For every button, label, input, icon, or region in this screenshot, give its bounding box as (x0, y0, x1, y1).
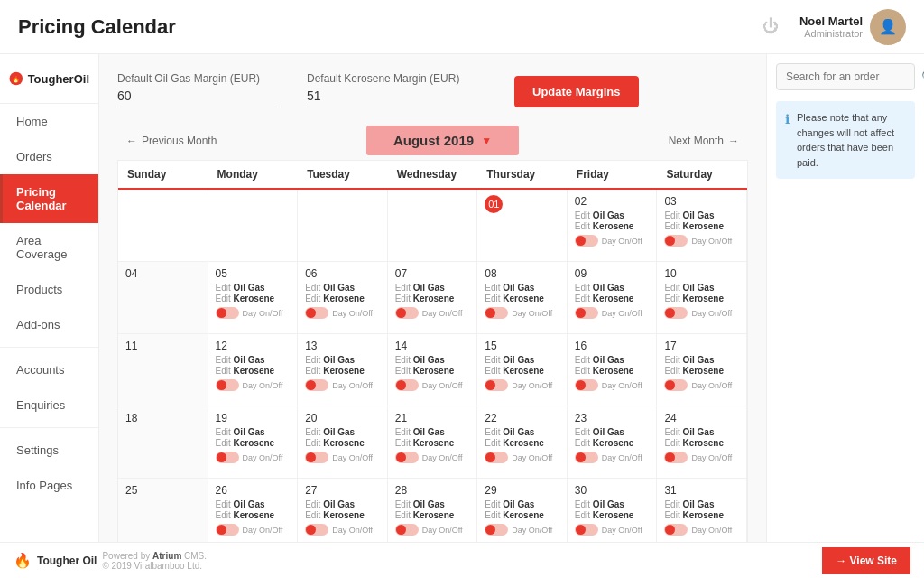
calendar-cell[interactable] (208, 190, 299, 262)
edit-oil-gas[interactable]: Edit Oil Gas (575, 210, 650, 220)
toggle-switch[interactable] (485, 307, 508, 319)
edit-oil-gas[interactable]: Edit Oil Gas (216, 355, 291, 365)
calendar-cell[interactable]: 13Edit Oil GasEdit KeroseneDay On/Off (298, 334, 388, 406)
day-on-off-toggle[interactable]: Day On/Off (305, 452, 380, 463)
day-on-off-toggle[interactable]: Day On/Off (216, 307, 291, 319)
toggle-switch[interactable] (575, 307, 598, 319)
sidebar-item-area-coverage[interactable]: Area Coverage (0, 223, 98, 272)
edit-oil-gas[interactable]: Edit Oil Gas (664, 427, 739, 437)
toggle-switch[interactable] (575, 452, 598, 463)
update-margins-button[interactable]: Update Margins (514, 76, 639, 107)
toggle-switch[interactable] (664, 452, 688, 463)
day-on-off-toggle[interactable]: Day On/Off (664, 452, 739, 463)
edit-oil-gas[interactable]: Edit Oil Gas (664, 499, 739, 509)
calendar-cell[interactable]: 18 (118, 406, 208, 479)
day-on-off-toggle[interactable]: Day On/Off (395, 452, 470, 463)
calendar-cell[interactable]: 17Edit Oil GasEdit KeroseneDay On/Off (657, 334, 747, 406)
toggle-switch[interactable] (664, 379, 688, 391)
day-on-off-toggle[interactable]: Day On/Off (575, 379, 650, 391)
calendar-cell[interactable]: 02Edit Oil GasEdit KeroseneDay On/Off (568, 190, 658, 262)
sidebar-item-add-ons[interactable]: Add-ons (0, 307, 98, 342)
search-input[interactable] (786, 70, 921, 83)
edit-kerosene[interactable]: Edit Kerosene (485, 510, 559, 520)
calendar-cell[interactable]: 20Edit Oil GasEdit KeroseneDay On/Off (298, 406, 388, 479)
edit-oil-gas[interactable]: Edit Oil Gas (575, 427, 650, 437)
edit-kerosene[interactable]: Edit Kerosene (216, 294, 291, 303)
edit-kerosene[interactable]: Edit Kerosene (664, 294, 739, 303)
calendar-cell[interactable]: 16Edit Oil GasEdit KeroseneDay On/Off (568, 334, 658, 406)
toggle-switch[interactable] (395, 452, 419, 463)
calendar-cell[interactable]: 21Edit Oil GasEdit KeroseneDay On/Off (388, 406, 478, 479)
edit-oil-gas[interactable]: Edit Oil Gas (485, 283, 559, 293)
day-on-off-toggle[interactable]: Day On/Off (395, 379, 470, 391)
edit-kerosene[interactable]: Edit Kerosene (305, 294, 380, 303)
edit-oil-gas[interactable]: Edit Oil Gas (485, 427, 559, 437)
day-on-off-toggle[interactable]: Day On/Off (575, 524, 650, 536)
edit-oil-gas[interactable]: Edit Oil Gas (664, 210, 739, 220)
edit-kerosene[interactable]: Edit Kerosene (575, 221, 650, 231)
edit-oil-gas[interactable]: Edit Oil Gas (575, 355, 650, 365)
calendar-cell[interactable]: 23Edit Oil GasEdit KeroseneDay On/Off (568, 406, 658, 479)
toggle-switch[interactable] (305, 452, 328, 463)
edit-kerosene[interactable]: Edit Kerosene (664, 366, 739, 376)
edit-kerosene[interactable]: Edit Kerosene (664, 438, 739, 448)
edit-oil-gas[interactable]: Edit Oil Gas (575, 283, 650, 293)
toggle-switch[interactable] (485, 379, 508, 391)
edit-kerosene[interactable]: Edit Kerosene (216, 366, 291, 376)
calendar-cell[interactable]: 01 (477, 190, 568, 262)
day-on-off-toggle[interactable]: Day On/Off (664, 307, 739, 319)
toggle-switch[interactable] (395, 524, 419, 536)
calendar-cell[interactable]: 30Edit Oil GasEdit KeroseneDay On/Off (568, 479, 658, 542)
edit-kerosene[interactable]: Edit Kerosene (305, 510, 380, 520)
sidebar-item-home[interactable]: Home (0, 104, 98, 139)
sidebar-item-info-pages[interactable]: Info Pages (0, 468, 98, 503)
toggle-switch[interactable] (575, 379, 598, 391)
edit-oil-gas[interactable]: Edit Oil Gas (305, 355, 380, 365)
sidebar-item-orders[interactable]: Orders (0, 139, 98, 174)
day-on-off-toggle[interactable]: Day On/Off (485, 452, 559, 463)
calendar-cell[interactable]: 10Edit Oil GasEdit KeroseneDay On/Off (657, 262, 747, 334)
toggle-switch[interactable] (305, 524, 328, 536)
calendar-cell[interactable]: 08Edit Oil GasEdit KeroseneDay On/Off (477, 262, 568, 334)
day-on-off-toggle[interactable]: Day On/Off (664, 524, 739, 536)
sidebar-item-pricing-calendar[interactable]: Pricing Calendar (0, 174, 98, 223)
edit-oil-gas[interactable]: Edit Oil Gas (485, 499, 559, 509)
calendar-cell[interactable]: 29Edit Oil GasEdit KeroseneDay On/Off (477, 479, 568, 542)
calendar-cell[interactable]: 03Edit Oil GasEdit KeroseneDay On/Off (657, 190, 747, 262)
edit-oil-gas[interactable]: Edit Oil Gas (664, 283, 739, 293)
sidebar-item-products[interactable]: Products (0, 272, 98, 307)
toggle-switch[interactable] (664, 524, 688, 536)
day-on-off-toggle[interactable]: Day On/Off (664, 235, 739, 247)
edit-oil-gas[interactable]: Edit Oil Gas (664, 355, 739, 365)
edit-kerosene[interactable]: Edit Kerosene (664, 510, 739, 520)
toggle-switch[interactable] (664, 307, 688, 319)
edit-kerosene[interactable]: Edit Kerosene (305, 366, 380, 376)
calendar-cell[interactable]: 06Edit Oil GasEdit KeroseneDay On/Off (298, 262, 388, 334)
calendar-cell[interactable]: 11 (118, 334, 208, 406)
edit-oil-gas[interactable]: Edit Oil Gas (395, 355, 470, 365)
edit-kerosene[interactable]: Edit Kerosene (305, 438, 380, 448)
edit-oil-gas[interactable]: Edit Oil Gas (216, 427, 291, 437)
toggle-switch[interactable] (575, 524, 598, 536)
edit-oil-gas[interactable]: Edit Oil Gas (216, 283, 291, 293)
edit-oil-gas[interactable]: Edit Oil Gas (305, 283, 380, 293)
day-on-off-toggle[interactable]: Day On/Off (664, 379, 739, 391)
power-button[interactable]: ⏻ (762, 17, 779, 36)
calendar-cell[interactable]: 12Edit Oil GasEdit KeroseneDay On/Off (208, 334, 299, 406)
edit-kerosene[interactable]: Edit Kerosene (575, 294, 650, 303)
next-month-button[interactable]: Next Month → (660, 129, 748, 153)
search-box[interactable]: 🔍 (776, 63, 915, 90)
day-on-off-toggle[interactable]: Day On/Off (485, 379, 559, 391)
calendar-cell[interactable]: 25 (118, 479, 208, 542)
toggle-switch[interactable] (216, 524, 239, 536)
calendar-cell[interactable] (118, 190, 208, 262)
edit-kerosene[interactable]: Edit Kerosene (395, 294, 470, 303)
sidebar-item-settings[interactable]: Settings (0, 433, 98, 468)
toggle-switch[interactable] (485, 452, 508, 463)
edit-kerosene[interactable]: Edit Kerosene (485, 366, 559, 376)
sidebar-item-accounts[interactable]: Accounts (0, 352, 98, 387)
toggle-switch[interactable] (395, 379, 419, 391)
edit-kerosene[interactable]: Edit Kerosene (575, 438, 650, 448)
day-on-off-toggle[interactable]: Day On/Off (575, 235, 650, 247)
edit-kerosene[interactable]: Edit Kerosene (395, 510, 470, 520)
